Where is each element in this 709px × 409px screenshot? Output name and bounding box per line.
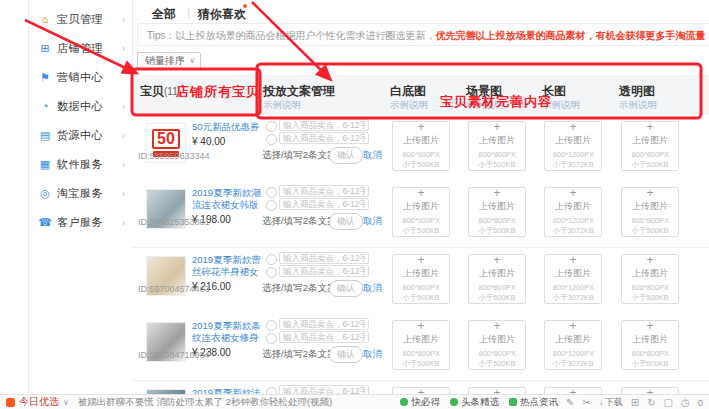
- tab-guess-you-like[interactable]: 猜你喜欢: [198, 6, 246, 23]
- example-link[interactable]: 示例说明: [619, 99, 657, 112]
- cancel-link[interactable]: 取消: [363, 149, 382, 162]
- shortcut-toutiao[interactable]: 头条精选: [450, 396, 499, 409]
- copy-input[interactable]: [279, 265, 369, 277]
- download-icon[interactable]: ↓下载: [599, 396, 623, 409]
- app-window: ⌂ 宝贝管理 › ⊞ 店铺管理 › ⚑ 营销中心 ◔ 数据中心 › ▤ 货源中心…: [0, 0, 709, 409]
- chevron-down-icon[interactable]: ∨: [63, 398, 69, 407]
- cancel-link[interactable]: 取消: [363, 282, 382, 295]
- table-row: 50 50元新品优惠券 ¥ 40.00 ID:585959633344 选择/填…: [131, 115, 709, 182]
- plus-icon: +: [569, 122, 576, 133]
- upload-limit: 小于500KB: [479, 225, 516, 235]
- copy-input[interactable]: [279, 119, 369, 131]
- upload-limit: 小于3072KB: [553, 358, 594, 368]
- sidebar-item-baby-manage[interactable]: ⌂ 宝贝管理 ›: [29, 8, 132, 30]
- window-icon[interactable]: ▢: [664, 397, 673, 408]
- product-count: (11): [164, 86, 181, 97]
- copy-input[interactable]: [279, 331, 369, 343]
- product-title[interactable]: 50元新品优惠券: [192, 121, 262, 133]
- confirm-button[interactable]: 确认: [329, 346, 363, 363]
- sort-select[interactable]: 销量排序 ∨: [137, 52, 201, 69]
- upload-cell-transparent[interactable]: +上传图片800*800PX小于500KB: [621, 320, 679, 370]
- screenshot-icon[interactable]: ✂: [582, 397, 590, 408]
- cancel-link[interactable]: 取消: [363, 215, 382, 228]
- sidebar-item-shop-manage[interactable]: ⊞ 店铺管理 ›: [29, 37, 132, 59]
- sidebar-item-data-center[interactable]: ◔ 数据中心 ›: [29, 95, 132, 117]
- copy-input[interactable]: [279, 198, 369, 210]
- example-link[interactable]: 示例说明: [466, 99, 504, 112]
- upload-cell-white-bg[interactable]: +上传图片800*800PX小于500KB: [392, 254, 450, 304]
- upload-cell-white-bg[interactable]: +上传图片800*800PX小于500KB: [392, 121, 450, 171]
- upload-cell-scene[interactable]: +上传图片800*800PX小于500KB: [468, 187, 526, 237]
- upload-cell-scene[interactable]: +上传图片800*800PX小于500KB: [468, 320, 526, 370]
- sidebar-item-supply-center[interactable]: ▤ 货源中心 ›: [29, 124, 132, 146]
- upload-cell-white-bg[interactable]: +上传图片800*800PX小于500KB: [392, 320, 450, 370]
- plus-icon: +: [646, 122, 653, 133]
- shortcut-kuaibide[interactable]: 快必得: [400, 396, 440, 409]
- example-link[interactable]: 示例说明: [542, 99, 580, 112]
- download-counter: 0: [698, 397, 703, 408]
- upload-cell-long[interactable]: +上传图片800*1200PX小于3072KB: [544, 187, 602, 237]
- upload-cell-transparent[interactable]: +上传图片800*800PX小于500KB: [621, 187, 679, 237]
- example-link[interactable]: 示例说明: [390, 99, 428, 112]
- column-scene: 场景图: [466, 83, 502, 100]
- software-icon: ▦: [38, 158, 52, 171]
- apps-icon[interactable]: ⊞: [631, 397, 639, 408]
- copy-checkbox[interactable]: [266, 254, 277, 265]
- product-title[interactable]: 2019夏季新款条纹连衣裙女修身显瘦小众网红: [192, 320, 262, 344]
- upload-limit: 小于500KB: [479, 358, 516, 368]
- copy-checkbox[interactable]: [266, 267, 277, 278]
- copy-input[interactable]: [279, 185, 369, 197]
- upload-size: 800*1200PX: [552, 150, 593, 158]
- copy-input[interactable]: [279, 252, 369, 264]
- tips-suffix: ，请按规范上传素材: [706, 30, 709, 41]
- download-label: 下载: [605, 397, 623, 407]
- upload-cell-long[interactable]: +上传图片800*1200PX小于3072KB: [544, 254, 602, 304]
- tab-all[interactable]: 全部: [152, 6, 176, 23]
- copy-checkbox[interactable]: [266, 320, 277, 331]
- confirm-button[interactable]: 确认: [329, 280, 363, 297]
- upload-cell-white-bg[interactable]: +上传图片800*800PX小于500KB: [392, 187, 450, 237]
- sidebar-item-marketing[interactable]: ⚑ 营销中心: [29, 66, 132, 88]
- upload-cell-transparent[interactable]: +上传图片800*800PX小于500KB: [621, 121, 679, 171]
- plus-icon: +: [569, 255, 576, 266]
- plus-icon: +: [417, 321, 424, 332]
- plus-icon: +: [493, 321, 500, 332]
- copy-checkbox[interactable]: [266, 200, 277, 211]
- confirm-button[interactable]: 确认: [329, 147, 363, 164]
- history-icon[interactable]: ◷: [681, 397, 690, 408]
- column-product: 宝贝(11): [140, 83, 181, 100]
- copy-checkbox[interactable]: [266, 187, 277, 198]
- box-icon: ⌂: [38, 13, 52, 25]
- confirm-button[interactable]: 确认: [329, 213, 363, 230]
- cancel-link[interactable]: 取消: [363, 348, 382, 361]
- copy-checkbox[interactable]: [266, 333, 277, 344]
- upload-cell-long[interactable]: +上传图片800*1200PX小于3072KB: [544, 121, 602, 171]
- copy-checkbox[interactable]: [266, 134, 277, 145]
- example-link[interactable]: 示例说明: [263, 99, 301, 112]
- news-brand[interactable]: 今日优选: [19, 395, 59, 409]
- sidebar-item-taobao-service[interactable]: ◎ 淘宝服务 ›: [29, 182, 132, 204]
- copy-checkbox[interactable]: [266, 121, 277, 132]
- edit-icon[interactable]: ✎: [566, 397, 574, 408]
- upload-size: 800*800PX: [631, 283, 668, 291]
- taobao-icon: ◎: [38, 187, 52, 200]
- sidebar-item-customer-service[interactable]: ☎ 客户服务 ›: [29, 211, 132, 233]
- sidebar-item-software-service[interactable]: ▦ 软件服务 ›: [29, 153, 132, 175]
- upload-cell-scene[interactable]: +上传图片800*800PX小于500KB: [468, 254, 526, 304]
- upload-label: 上传图片: [479, 267, 515, 280]
- copy-note: 选择/填写2条文案: [262, 149, 336, 162]
- upload-cell-scene[interactable]: +上传图片800*800PX小于500KB: [468, 121, 526, 171]
- product-title[interactable]: 2019夏季新款蕾丝碎花半身裙女中长款雪纺白: [192, 254, 262, 278]
- refresh-icon[interactable]: ↻: [647, 397, 655, 408]
- upload-limit: 小于3072KB: [553, 159, 594, 169]
- shortcut-hotnews[interactable]: 热点资讯: [509, 396, 558, 409]
- copy-input[interactable]: [279, 318, 369, 330]
- upload-label: 上传图片: [555, 134, 591, 147]
- product-title[interactable]: 2019夏季新款潮流连衣裙女韩版短袖T恤中长款: [192, 187, 262, 211]
- upload-limit: 小于500KB: [403, 358, 440, 368]
- upload-size: 800*800PX: [631, 150, 668, 158]
- copy-input[interactable]: [279, 132, 369, 144]
- upload-cell-transparent[interactable]: +上传图片800*800PX小于500KB: [621, 254, 679, 304]
- news-ticker[interactable]: 被踢出群聊不要慌 消防处理太累了 2秒钟教你轻松处理(视频): [78, 396, 391, 409]
- upload-cell-long[interactable]: +上传图片800*1200PX小于3072KB: [544, 320, 602, 370]
